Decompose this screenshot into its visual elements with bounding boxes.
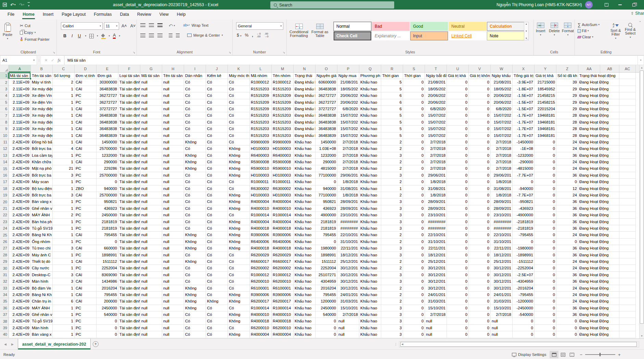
cell-U33[interactable]: 0 (447, 285, 469, 292)
align-center-button[interactable] (149, 34, 154, 37)
cell-I27[interactable]: Không (184, 245, 206, 252)
cell-S24[interactable]: 0 (403, 225, 425, 232)
cell-M31[interactable]: R1000012 (272, 272, 294, 278)
cell-AC39[interactable] (619, 325, 636, 331)
cell-N17[interactable]: Khấu hao (294, 179, 315, 185)
cell-O39[interactable]: 0 (315, 325, 337, 331)
cell-E33[interactable]: 2016204 (96, 285, 118, 292)
cell-G35[interactable]: null (140, 298, 162, 305)
cell-AC23[interactable] (619, 219, 636, 225)
cell-Q23[interactable]: Khấu hao (359, 219, 381, 225)
cell-Q33[interactable]: Khấu hao (359, 285, 381, 292)
cell-E27[interactable]: 660000 (96, 245, 118, 252)
cell-Q22[interactable]: Khấu hao (359, 212, 381, 218)
cell-E14[interactable]: 290000 (96, 159, 118, 165)
cell-AC40[interactable] (619, 331, 636, 338)
cell-O37[interactable]: 540000 (315, 311, 337, 318)
cell-T28[interactable]: 18/12/201 (425, 252, 447, 258)
cell-T27[interactable]: 22/11/201 (425, 245, 447, 252)
cell-R39[interactable]: 3 (381, 325, 403, 331)
row-header-22[interactable]: 22 (0, 212, 9, 218)
cell-Y34[interactable]: 0 (534, 292, 556, 298)
row-header-33[interactable]: 33 (0, 285, 9, 292)
cell-style-note[interactable]: Note (487, 31, 525, 40)
cell-X26[interactable]: 0 (513, 239, 534, 245)
restore-button[interactable] (627, 0, 641, 10)
cell-D24[interactable]: PC (75, 225, 96, 232)
cell-O12[interactable]: 1.03E+08 (315, 145, 337, 152)
cell-G8[interactable]: null (140, 119, 162, 126)
cell-S1[interactable]: Thời gian (403, 73, 425, 79)
cell-U11[interactable]: 0 (447, 139, 469, 145)
clear-button[interactable]: Clear ▾ (578, 34, 600, 40)
cell-L12[interactable]: H0100003 (250, 145, 272, 152)
column-header-AC[interactable]: AC (619, 65, 636, 72)
cell-M15[interactable]: R5900010 (272, 165, 294, 172)
cell-A16[interactable]: 2.42E+09 (9, 172, 31, 179)
cell-AA24[interactable]: Đang Hoạt Động (578, 225, 600, 232)
cell-AC29[interactable] (619, 258, 636, 265)
cell-D22[interactable]: PC (75, 212, 96, 218)
cell-I6[interactable]: Có (184, 106, 206, 112)
cell-G7[interactable]: null (140, 112, 162, 119)
cell-P3[interactable]: 18/05/202 (337, 86, 359, 92)
cell-U1[interactable]: Giá trị khả (447, 73, 469, 79)
cell-P4[interactable]: 20/06/202 (337, 92, 359, 99)
insert-function-button[interactable]: fx (57, 58, 61, 63)
cell-P21[interactable]: 28/09/201 (337, 205, 359, 212)
cell-X36[interactable]: -2450000 (513, 305, 534, 311)
row-header-21[interactable]: 21 (0, 205, 9, 212)
cell-D12[interactable]: CAI (75, 145, 96, 152)
cell-V20[interactable]: 0 (469, 198, 491, 205)
cell-K11[interactable]: Có (228, 139, 250, 145)
cell-I31[interactable]: Có (184, 272, 206, 278)
cell-R1[interactable]: Thời gian (381, 73, 403, 79)
cell-K4[interactable]: Có (228, 92, 250, 99)
cell-F3[interactable]: Tài sản định (118, 86, 140, 92)
cell-X20[interactable]: -950821 (513, 198, 534, 205)
cell-H35[interactable]: null (162, 298, 184, 305)
cell-V30[interactable]: 0 (469, 265, 491, 271)
cell-E1[interactable]: Đơn giá (96, 73, 118, 79)
cell-O29[interactable]: 1511112 (315, 258, 337, 265)
normal-view-button[interactable] (550, 351, 558, 358)
cell-N3[interactable]: Đang khấu hao (294, 86, 315, 92)
cell-X18[interactable]: -940000 (513, 185, 534, 192)
cell-V16[interactable]: 0 (469, 172, 491, 179)
cell-E17[interactable]: 0 (96, 179, 118, 185)
cell-H33[interactable]: null (162, 285, 184, 292)
cell-R25[interactable]: 2 (381, 232, 403, 238)
cell-AA28[interactable]: Đang Hoạt Động (578, 252, 600, 258)
cell-AC34[interactable] (619, 292, 636, 298)
cell-J1[interactable]: Kiểm kê (206, 73, 228, 79)
cell-Z39[interactable]: 0 (556, 325, 578, 331)
cell-Y26[interactable]: 0 (534, 239, 556, 245)
cell-G32[interactable]: null (140, 278, 162, 285)
cell-X37[interactable]: -540000 (513, 311, 534, 318)
cell-M39[interactable]: R6200010 (272, 325, 294, 331)
column-header-S[interactable]: S (403, 65, 425, 72)
cell-L39[interactable]: R6200010 (250, 325, 272, 331)
cell-A13[interactable]: 2.42E+09 (9, 152, 31, 159)
cell-C26[interactable]: 1 (53, 239, 75, 245)
cell-R28[interactable]: 3 (381, 252, 403, 258)
cell-L9[interactable]: R1515203 (250, 126, 272, 132)
cell-O3[interactable]: 36483838 (315, 86, 337, 92)
cell-Y25[interactable]: 0 (534, 232, 556, 238)
cell-A38[interactable]: 2.42E+09 (9, 318, 31, 324)
cell-T34[interactable]: 24/01/201 (425, 292, 447, 298)
cell-B25[interactable]: Bảng Ni Kh (31, 232, 53, 238)
cell-R7[interactable]: 5 (381, 112, 403, 119)
cell-X4[interactable]: -1.5E+07 (513, 92, 534, 99)
cell-I7[interactable]: Có (184, 112, 206, 119)
cell-W10[interactable]: 15/07/202 (491, 132, 513, 139)
cell-N27[interactable]: Khấu hao (294, 245, 315, 252)
cell-Q38[interactable]: Khấu hao (359, 318, 381, 324)
cell-I20[interactable]: Có (184, 198, 206, 205)
cell-H37[interactable]: null (162, 311, 184, 318)
cell-K29[interactable]: Có (228, 258, 250, 265)
cell-X27[interactable]: -1980000 (513, 245, 534, 252)
cell-F5[interactable]: Tài sản định (118, 99, 140, 106)
cell-AA32[interactable]: Đang Hoạt Động (578, 278, 600, 285)
font-color-button[interactable]: A (113, 34, 116, 39)
